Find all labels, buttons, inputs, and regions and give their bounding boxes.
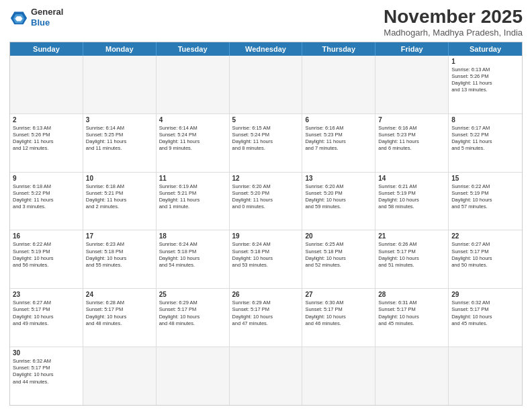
day-cell: 28Sunrise: 6:31 AM Sunset: 5:17 PM Dayli… (375, 289, 449, 347)
day-cell: 25Sunrise: 6:29 AM Sunset: 5:17 PM Dayli… (157, 289, 230, 347)
day-cell (10, 56, 83, 113)
day-info: Sunrise: 6:24 AM Sunset: 5:18 PM Dayligh… (159, 241, 226, 269)
day-cell: 29Sunrise: 6:32 AM Sunset: 5:17 PM Dayli… (449, 289, 522, 347)
day-cell: 12Sunrise: 6:20 AM Sunset: 5:20 PM Dayli… (230, 173, 303, 230)
day-cell (375, 347, 449, 405)
day-number: 5 (232, 116, 300, 124)
calendar-row: 23Sunrise: 6:27 AM Sunset: 5:17 PM Dayli… (10, 288, 522, 347)
day-number: 9 (13, 175, 80, 182)
day-info: Sunrise: 6:14 AM Sunset: 5:25 PM Dayligh… (86, 125, 153, 152)
day-number: 12 (232, 175, 300, 182)
day-cell: 13Sunrise: 6:20 AM Sunset: 5:20 PM Dayli… (302, 173, 375, 230)
day-header-friday: Friday (375, 42, 449, 56)
day-number: 20 (305, 232, 372, 240)
page: General Blue November 2025 Madhogarh, Ma… (0, 0, 532, 411)
day-info: Sunrise: 6:30 AM Sunset: 5:17 PM Dayligh… (305, 300, 372, 327)
day-cell (302, 56, 375, 113)
day-header-wednesday: Wednesday (230, 42, 303, 56)
day-cell (157, 56, 230, 113)
day-info: Sunrise: 6:29 AM Sunset: 5:17 PM Dayligh… (232, 300, 300, 327)
day-info: Sunrise: 6:21 AM Sunset: 5:19 PM Dayligh… (378, 183, 445, 211)
day-cell: 1Sunrise: 6:13 AM Sunset: 5:26 PM Daylig… (449, 56, 522, 113)
day-cell: 30Sunrise: 6:32 AM Sunset: 5:17 PM Dayli… (10, 347, 83, 405)
day-header-sunday: Sunday (10, 42, 83, 56)
day-number: 2 (13, 116, 80, 124)
calendar-row: 30Sunrise: 6:32 AM Sunset: 5:17 PM Dayli… (10, 347, 522, 405)
day-cell: 10Sunrise: 6:18 AM Sunset: 5:21 PM Dayli… (83, 173, 157, 230)
day-info: Sunrise: 6:17 AM Sunset: 5:22 PM Dayligh… (451, 125, 519, 152)
day-cell: 8Sunrise: 6:17 AM Sunset: 5:22 PM Daylig… (449, 114, 522, 172)
day-cell: 24Sunrise: 6:28 AM Sunset: 5:17 PM Dayli… (83, 289, 157, 347)
day-cell: 14Sunrise: 6:21 AM Sunset: 5:19 PM Dayli… (375, 173, 449, 230)
logo-icon (9, 8, 28, 27)
header: General Blue November 2025 Madhogarh, Ma… (9, 7, 523, 38)
day-cell: 9Sunrise: 6:18 AM Sunset: 5:22 PM Daylig… (10, 173, 83, 230)
day-cell (157, 347, 230, 405)
day-number: 7 (378, 116, 445, 124)
day-header-saturday: Saturday (449, 42, 522, 56)
subtitle: Madhogarh, Madhya Pradesh, India (384, 28, 523, 38)
day-number: 25 (159, 291, 226, 298)
day-info: Sunrise: 6:15 AM Sunset: 5:24 PM Dayligh… (232, 125, 300, 152)
day-info: Sunrise: 6:24 AM Sunset: 5:18 PM Dayligh… (232, 241, 300, 269)
day-info: Sunrise: 6:19 AM Sunset: 5:21 PM Dayligh… (159, 183, 226, 211)
day-cell: 23Sunrise: 6:27 AM Sunset: 5:17 PM Dayli… (10, 289, 83, 347)
day-cell: 18Sunrise: 6:24 AM Sunset: 5:18 PM Dayli… (157, 230, 230, 288)
day-number: 17 (86, 232, 153, 240)
day-cell (230, 56, 303, 113)
day-cell: 16Sunrise: 6:22 AM Sunset: 5:19 PM Dayli… (10, 230, 83, 288)
title-block: November 2025 Madhogarh, Madhya Pradesh,… (384, 7, 523, 38)
day-number: 13 (305, 175, 372, 182)
day-cell: 20Sunrise: 6:25 AM Sunset: 5:18 PM Dayli… (302, 230, 375, 288)
month-title: November 2025 (384, 7, 523, 28)
day-cell (230, 347, 303, 405)
day-number: 3 (86, 116, 153, 124)
day-cell: 3Sunrise: 6:14 AM Sunset: 5:25 PM Daylig… (83, 114, 157, 172)
day-info: Sunrise: 6:13 AM Sunset: 5:26 PM Dayligh… (13, 125, 80, 152)
day-info: Sunrise: 6:20 AM Sunset: 5:20 PM Dayligh… (232, 183, 300, 211)
day-info: Sunrise: 6:14 AM Sunset: 5:24 PM Dayligh… (159, 125, 226, 152)
day-info: Sunrise: 6:13 AM Sunset: 5:26 PM Dayligh… (451, 66, 519, 94)
day-number: 27 (305, 291, 372, 298)
day-headers: SundayMondayTuesdayWednesdayThursdayFrid… (10, 42, 522, 56)
day-info: Sunrise: 6:31 AM Sunset: 5:17 PM Dayligh… (378, 300, 445, 327)
day-cell (375, 56, 449, 113)
day-cell (83, 347, 157, 405)
day-info: Sunrise: 6:27 AM Sunset: 5:17 PM Dayligh… (451, 241, 519, 269)
calendar-row: 2Sunrise: 6:13 AM Sunset: 5:26 PM Daylig… (10, 113, 522, 172)
day-info: Sunrise: 6:27 AM Sunset: 5:17 PM Dayligh… (13, 300, 80, 327)
day-cell: 17Sunrise: 6:23 AM Sunset: 5:18 PM Dayli… (83, 230, 157, 288)
day-cell: 26Sunrise: 6:29 AM Sunset: 5:17 PM Dayli… (230, 289, 303, 347)
day-number: 14 (378, 175, 445, 182)
day-cell: 5Sunrise: 6:15 AM Sunset: 5:24 PM Daylig… (230, 114, 303, 172)
day-info: Sunrise: 6:22 AM Sunset: 5:19 PM Dayligh… (13, 241, 80, 269)
day-info: Sunrise: 6:20 AM Sunset: 5:20 PM Dayligh… (305, 183, 372, 211)
calendar-row: 9Sunrise: 6:18 AM Sunset: 5:22 PM Daylig… (10, 172, 522, 230)
day-cell: 21Sunrise: 6:26 AM Sunset: 5:17 PM Dayli… (375, 230, 449, 288)
day-number: 26 (232, 291, 300, 298)
day-number: 8 (451, 116, 519, 124)
calendar-row: 16Sunrise: 6:22 AM Sunset: 5:19 PM Dayli… (10, 230, 522, 288)
day-number: 21 (378, 232, 445, 240)
day-info: Sunrise: 6:16 AM Sunset: 5:23 PM Dayligh… (378, 125, 445, 152)
day-cell (83, 56, 157, 113)
day-number: 1 (451, 58, 519, 65)
day-cell: 22Sunrise: 6:27 AM Sunset: 5:17 PM Dayli… (449, 230, 522, 288)
day-number: 22 (451, 232, 519, 240)
day-number: 24 (86, 291, 153, 298)
logo-text: General Blue (31, 7, 63, 28)
day-header-tuesday: Tuesday (157, 42, 230, 56)
day-number: 30 (13, 349, 80, 357)
day-cell: 11Sunrise: 6:19 AM Sunset: 5:21 PM Dayli… (157, 173, 230, 230)
calendar: SundayMondayTuesdayWednesdayThursdayFrid… (9, 42, 523, 406)
day-info: Sunrise: 6:32 AM Sunset: 5:17 PM Dayligh… (13, 358, 80, 385)
day-info: Sunrise: 6:16 AM Sunset: 5:23 PM Dayligh… (305, 125, 372, 152)
day-header-monday: Monday (83, 42, 157, 56)
day-number: 28 (378, 291, 445, 298)
day-info: Sunrise: 6:29 AM Sunset: 5:17 PM Dayligh… (159, 300, 226, 327)
day-number: 10 (86, 175, 153, 182)
day-cell: 15Sunrise: 6:22 AM Sunset: 5:19 PM Dayli… (449, 173, 522, 230)
day-number: 18 (159, 232, 226, 240)
logo: General Blue (9, 7, 63, 28)
day-number: 29 (451, 291, 519, 298)
